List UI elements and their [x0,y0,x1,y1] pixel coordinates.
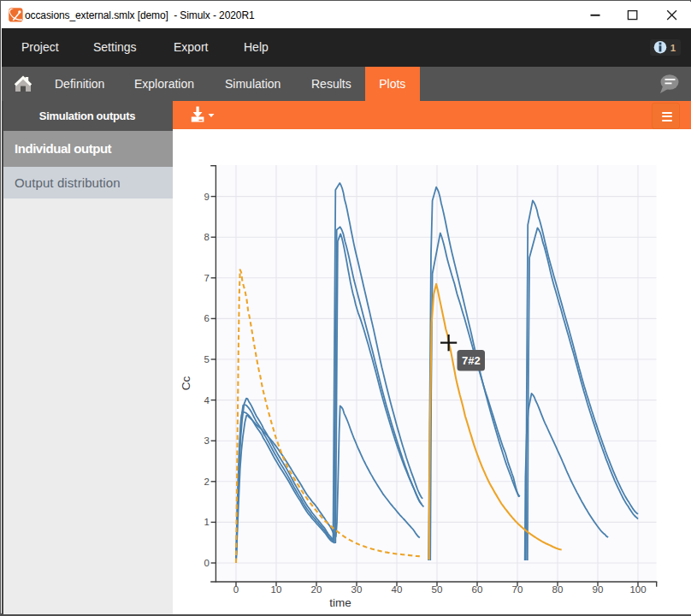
svg-text:60: 60 [472,584,483,595]
svg-text:70: 70 [512,584,523,595]
svg-text:1: 1 [670,43,676,53]
svg-text:1: 1 [204,517,210,527]
svg-text:5: 5 [204,354,210,364]
svg-text:40: 40 [392,584,403,595]
svg-text:90: 90 [593,584,604,595]
svg-text:0: 0 [204,558,210,568]
svg-text:3: 3 [204,435,210,446]
svg-text:8: 8 [204,232,210,242]
svg-text:0: 0 [233,584,239,595]
svg-text:20: 20 [311,584,322,595]
svg-text:100: 100 [629,584,646,595]
svg-text:Cc: Cc [180,376,192,391]
svg-text:2: 2 [204,477,210,487]
svg-text:80: 80 [552,584,564,595]
svg-text:4: 4 [204,395,210,406]
svg-text:time: time [329,596,351,609]
svg-text:9: 9 [204,192,210,202]
svg-text:7#2: 7#2 [462,354,481,367]
svg-text:6: 6 [204,313,210,323]
svg-text:50: 50 [432,584,443,595]
svg-text:10: 10 [271,584,282,595]
svg-text:7: 7 [204,273,210,283]
svg-text:30: 30 [351,584,363,595]
